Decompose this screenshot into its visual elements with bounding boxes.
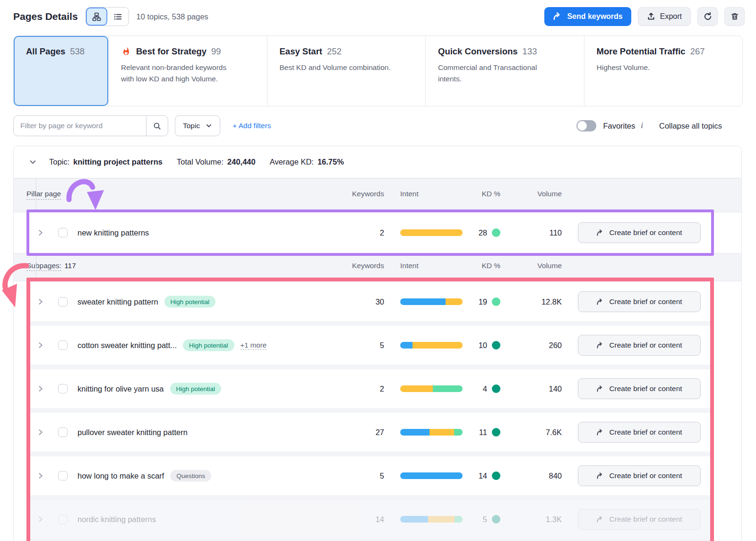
- tab-description: Relevant non-branded keywords with low K…: [121, 62, 241, 85]
- row-checkbox[interactable]: [58, 515, 68, 524]
- chevron-right-icon[interactable]: [37, 429, 44, 436]
- intent-segment-yellow: [400, 385, 433, 392]
- create-brief-button[interactable]: Create brief or content: [578, 378, 701, 399]
- badge-questions: Questions: [170, 470, 211, 482]
- tab-label: All Pages: [26, 46, 65, 57]
- send-keywords-button[interactable]: Send keywords: [544, 7, 631, 26]
- more-badges-link[interactable]: +1 more: [241, 341, 266, 350]
- delete-button[interactable]: [724, 7, 745, 26]
- create-brief-label: Create brief or content: [609, 297, 682, 306]
- kd-value: 28: [453, 228, 487, 237]
- row-checkbox[interactable]: [58, 471, 68, 480]
- column-header-kw: Keywords: [337, 190, 384, 198]
- row-name-group: new knitting patterns: [77, 228, 149, 237]
- create-brief-label: Create brief or content: [609, 428, 682, 436]
- volume-value: 110: [505, 228, 562, 237]
- favorites-group: Favorites i Collapse all topics: [576, 120, 722, 131]
- list-view-button[interactable]: [107, 8, 129, 26]
- create-brief-button[interactable]: Create brief or content: [578, 422, 701, 443]
- intent-segment-blue: [400, 298, 446, 305]
- keywords-count: 27: [346, 428, 384, 437]
- topic-dropdown-label: Topic: [183, 122, 200, 130]
- chevron-right-icon[interactable]: [37, 298, 44, 305]
- row-checkbox[interactable]: [58, 384, 68, 393]
- tree-view-button[interactable]: [86, 8, 107, 26]
- topic-table-card: Topic: knitting project patterns Total V…: [13, 146, 742, 541]
- row-checkbox[interactable]: [58, 228, 68, 237]
- intent-segment-yellow: [430, 429, 454, 436]
- kd-dot: [492, 515, 500, 524]
- chevron-down-icon: [206, 122, 212, 129]
- tab-description: Best KD and Volume combination.: [280, 62, 400, 73]
- refresh-button[interactable]: [697, 7, 718, 26]
- tab-best-for-strategy[interactable]: Best for Strategy99Relevant non-branded …: [108, 36, 267, 106]
- row-checkbox[interactable]: [58, 340, 68, 350]
- chevron-right-icon[interactable]: [37, 516, 44, 523]
- chevron-right-icon[interactable]: [37, 342, 44, 349]
- row-checkbox[interactable]: [58, 428, 68, 437]
- topic-filter-dropdown[interactable]: Topic: [175, 115, 220, 136]
- collapse-all-topics-link[interactable]: Collapse all topics: [659, 122, 722, 131]
- brief-arrow-icon: [596, 341, 604, 349]
- kd-dot: [492, 228, 500, 237]
- kd-value: 10: [453, 341, 487, 350]
- column-header-intent: Intent: [400, 262, 419, 270]
- add-filters-link[interactable]: + Add filters: [232, 122, 271, 130]
- page-title: Pages Details: [13, 11, 78, 22]
- info-icon[interactable]: i: [641, 121, 643, 131]
- kd-value: 19: [453, 297, 487, 306]
- intent-segment-blue: [400, 429, 430, 436]
- tab-count: 538: [70, 46, 85, 57]
- tab-label: Easy Start: [280, 46, 323, 57]
- tab-description: Highest Volume.: [597, 62, 717, 73]
- create-brief-button[interactable]: Create brief or content: [578, 335, 701, 356]
- brief-arrow-icon: [596, 298, 604, 306]
- create-brief-label: Create brief or content: [609, 341, 682, 349]
- brief-arrow-icon: [596, 428, 604, 436]
- chevron-right-icon[interactable]: [37, 229, 44, 236]
- search-button[interactable]: [146, 116, 168, 136]
- row-checkbox[interactable]: [58, 297, 68, 306]
- favorites-toggle[interactable]: [576, 120, 596, 131]
- search-input[interactable]: [14, 116, 146, 136]
- chevron-right-icon[interactable]: [37, 385, 44, 393]
- volume-value: 7.6K: [505, 428, 562, 437]
- chevron-right-icon[interactable]: [37, 472, 44, 480]
- export-button[interactable]: Export: [638, 7, 691, 26]
- pillar-row-strip: new knitting patterns228110Create brief …: [14, 212, 741, 253]
- pillar-page-label[interactable]: Pillar page: [26, 190, 61, 200]
- topic-name: knitting project patterns: [73, 157, 163, 166]
- page-name: pullover sweater knitting pattern: [77, 428, 188, 437]
- subpages-label-group[interactable]: Subpages:117: [26, 262, 76, 270]
- kd-value: 4: [453, 384, 487, 393]
- tab-title-row: Best for Strategy99: [121, 46, 255, 57]
- tab-quick-conversions[interactable]: Quick Conversions133Commercial and Trans…: [425, 36, 584, 106]
- filter-row: Topic + Add filters Favorites i Collapse…: [13, 115, 722, 136]
- create-brief-button[interactable]: Create brief or content: [578, 465, 701, 486]
- volume-value: 840: [505, 471, 562, 480]
- tab-more-potential-traffic[interactable]: More Potential Traffic267Highest Volume.: [584, 36, 743, 106]
- volume-value: 12.8K: [505, 297, 562, 306]
- tab-all-pages[interactable]: All Pages538: [14, 36, 108, 106]
- collapse-topic-chevron-icon[interactable]: [29, 158, 37, 166]
- page-name: how long to make a scarf: [77, 471, 164, 480]
- subpages-label: Subpages:: [26, 262, 61, 271]
- keywords-count: 30: [346, 297, 384, 306]
- keywords-count: 5: [346, 341, 384, 350]
- create-brief-label: Create brief or content: [609, 384, 682, 393]
- tab-easy-start[interactable]: Easy Start252Best KD and Volume combinat…: [267, 36, 426, 106]
- create-brief-button[interactable]: Create brief or content: [578, 222, 701, 243]
- brief-arrow-icon: [596, 229, 604, 237]
- badge-high-potential: High potential: [170, 383, 222, 395]
- subpage-row: cotton sweater knitting patt...High pote…: [30, 326, 710, 365]
- brief-arrow-icon: [596, 515, 604, 524]
- search-icon: [153, 122, 162, 131]
- subpage-row: nordic knitting patterns1451.3KCreate br…: [30, 500, 710, 539]
- hierarchy-icon: [92, 12, 101, 21]
- create-brief-button[interactable]: Create brief or content: [578, 291, 701, 312]
- page-name: nordic knitting patterns: [77, 515, 156, 524]
- column-header-vol: Volume: [515, 262, 562, 270]
- badge-high-potential: High potential: [183, 340, 234, 351]
- trash-icon: [730, 12, 739, 21]
- create-brief-button[interactable]: Create brief or content: [578, 509, 701, 530]
